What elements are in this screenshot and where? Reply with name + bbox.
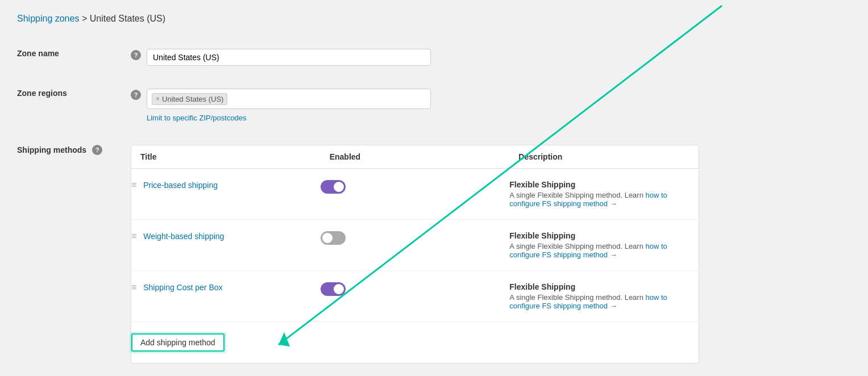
toggle-slider bbox=[321, 282, 346, 296]
drag-handle-icon[interactable]: ≡ bbox=[131, 231, 136, 241]
col-header-description: Description bbox=[509, 145, 699, 169]
add-shipping-method-button[interactable]: Add shipping method bbox=[131, 333, 225, 352]
shipping-zones-link[interactable]: Shipping zones bbox=[17, 14, 79, 23]
zone-name-input[interactable] bbox=[147, 49, 431, 66]
method-title-cell: ≡ Price-based shipping bbox=[131, 169, 321, 220]
zone-regions-field-row: ? × United States (US) Limit to specific… bbox=[131, 89, 851, 122]
method-title-cell: ≡ Weight-based shipping bbox=[131, 220, 321, 271]
method-toggle[interactable] bbox=[321, 282, 346, 296]
desc-text: A single Flexible Shipping method. Learn… bbox=[509, 242, 699, 259]
drag-handle-icon[interactable]: ≡ bbox=[131, 180, 136, 190]
breadcrumb: Shipping zones > United States (US) bbox=[17, 14, 851, 24]
breadcrumb-separator: > bbox=[82, 14, 87, 23]
zone-regions-row: Zone regions ? × United States (US) bbox=[17, 77, 851, 133]
desc-text: A single Flexible Shipping method. Learn… bbox=[509, 191, 699, 208]
shipping-methods-label: Shipping methods ? bbox=[17, 133, 131, 375]
fs-config-link[interactable]: how to configure FS shipping method → bbox=[509, 242, 667, 259]
method-description-cell: Flexible Shipping A single Flexible Ship… bbox=[509, 169, 699, 220]
method-toggle[interactable] bbox=[321, 231, 346, 245]
fs-config-link[interactable]: how to configure FS shipping method → bbox=[509, 293, 667, 310]
methods-table-header: Title Enabled Description bbox=[131, 145, 699, 169]
method-title-link[interactable]: Price-based shipping bbox=[143, 181, 218, 190]
shipping-methods-help-icon[interactable]: ? bbox=[92, 145, 102, 155]
table-row: ≡ Weight-based shipping Flexible Shippin… bbox=[131, 220, 699, 271]
desc-text: A single Flexible Shipping method. Learn… bbox=[509, 293, 699, 310]
zone-name-help-icon[interactable]: ? bbox=[131, 50, 141, 60]
zone-regions-help-icon[interactable]: ? bbox=[131, 90, 141, 100]
method-title-cell: ≡ Shipping Cost per Box bbox=[131, 271, 321, 322]
zone-regions-label: Zone regions bbox=[17, 77, 131, 133]
method-toggle[interactable] bbox=[321, 180, 346, 194]
toggle-slider bbox=[321, 180, 346, 194]
zone-name-row: Zone name ? bbox=[17, 37, 851, 77]
shipping-methods-row: Shipping methods ? Title Enabled Descrip… bbox=[17, 133, 851, 375]
add-method-row: Add shipping method bbox=[131, 322, 699, 364]
col-header-title: Title bbox=[131, 145, 321, 169]
method-title-link[interactable]: Shipping Cost per Box bbox=[143, 283, 222, 292]
col-header-enabled: Enabled bbox=[321, 145, 510, 169]
desc-title: Flexible Shipping bbox=[509, 282, 699, 291]
zone-name-label: Zone name bbox=[17, 37, 131, 77]
table-row: ≡ Price-based shipping Flexible Shipping… bbox=[131, 169, 699, 220]
toggle-slider bbox=[321, 231, 346, 245]
settings-form: Zone name ? Zone regions ? bbox=[17, 37, 851, 375]
method-title-link[interactable]: Weight-based shipping bbox=[143, 232, 224, 241]
breadcrumb-current: United States (US) bbox=[90, 14, 165, 23]
shipping-methods-container: Title Enabled Description ≡ Price-based … bbox=[131, 145, 699, 364]
tag-remove-icon[interactable]: × bbox=[156, 95, 160, 103]
method-description-cell: Flexible Shipping A single Flexible Ship… bbox=[509, 220, 699, 271]
table-row: ≡ Shipping Cost per Box Flexible Shippin… bbox=[131, 271, 699, 322]
desc-title: Flexible Shipping bbox=[509, 231, 699, 240]
zone-name-field-row: ? bbox=[131, 49, 851, 66]
fs-config-link[interactable]: how to configure FS shipping method → bbox=[509, 191, 667, 208]
desc-title: Flexible Shipping bbox=[509, 180, 699, 189]
method-enabled-cell bbox=[321, 169, 510, 220]
method-description-cell: Flexible Shipping A single Flexible Ship… bbox=[509, 271, 699, 322]
zone-region-tag: × United States (US) bbox=[152, 93, 227, 105]
tag-label: United States (US) bbox=[162, 95, 223, 103]
zone-regions-input[interactable]: × United States (US) bbox=[147, 89, 431, 109]
methods-table: Title Enabled Description ≡ Price-based … bbox=[131, 145, 699, 363]
limit-zip-link[interactable]: Limit to specific ZIP/postcodes bbox=[147, 114, 247, 122]
drag-handle-icon[interactable]: ≡ bbox=[131, 282, 136, 292]
method-enabled-cell bbox=[321, 271, 510, 322]
method-enabled-cell bbox=[321, 220, 510, 271]
